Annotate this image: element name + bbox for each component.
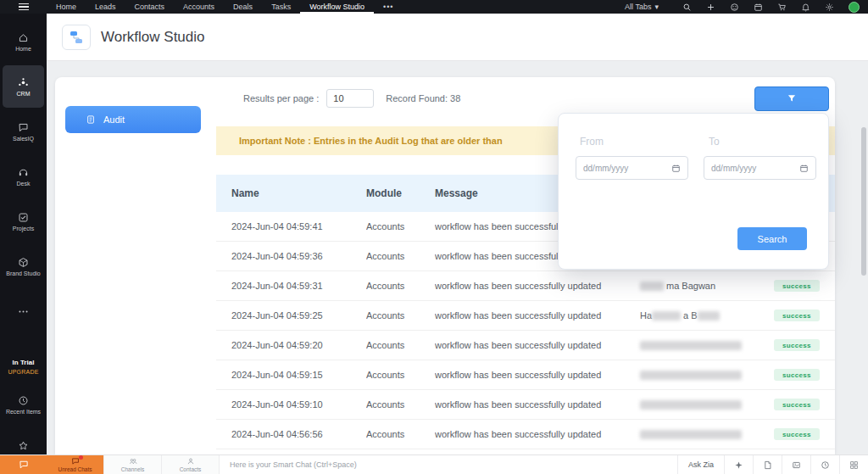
- user-avatar[interactable]: [849, 2, 860, 13]
- bottom-tab-contacts[interactable]: Contacts: [162, 455, 220, 474]
- cell-status: success: [767, 339, 835, 352]
- cell-message: workflow has been successfully updated: [435, 281, 640, 291]
- grid-icon[interactable]: [839, 455, 868, 474]
- sidebar-item-label: Projects: [13, 226, 34, 231]
- hamburger-menu-icon[interactable]: [0, 0, 47, 14]
- bottom-tab-label: Unread Chats: [58, 466, 92, 472]
- sidebar-item-label: Home: [15, 46, 31, 52]
- plus-icon[interactable]: [706, 3, 715, 12]
- sidebar-item-crm[interactable]: CRM: [3, 65, 44, 108]
- nav-item-contacts[interactable]: Contacts: [125, 0, 175, 14]
- table-row: 2024-Jun-04 04:59:25Accountsworkflow has…: [216, 301, 835, 331]
- redacted-text: [698, 311, 720, 321]
- nav-item-deals[interactable]: Deals: [224, 0, 262, 14]
- from-date-placeholder: dd/mm/yyyy: [583, 164, 628, 173]
- cell-module: Accounts: [366, 399, 435, 410]
- sidebar-item-label: CRM: [17, 91, 31, 97]
- note-icon[interactable]: [753, 455, 782, 474]
- cell-status: success: [767, 280, 835, 293]
- workflow-studio-screen: HomeLeadsContactsAccountsDealsTasksWorkf…: [0, 0, 868, 474]
- from-date-input[interactable]: dd/mm/yyyy: [576, 156, 688, 180]
- to-label: To: [709, 136, 720, 148]
- more-icon: [18, 306, 29, 317]
- cell-module: Accounts: [366, 281, 435, 291]
- audit-tab[interactable]: Audit: [65, 106, 201, 133]
- date-calendar-icon: [671, 164, 681, 173]
- nav-item-tasks[interactable]: Tasks: [262, 0, 300, 14]
- results-per-page-input[interactable]: [326, 89, 374, 108]
- upgrade-link[interactable]: UPGRADE: [0, 369, 47, 375]
- bottom-tab-channels[interactable]: Channels: [104, 455, 162, 474]
- cell-name: 2024-Jun-04 04:59:10: [231, 399, 366, 410]
- cell-module: Accounts: [366, 221, 435, 231]
- filter-button[interactable]: [754, 86, 829, 111]
- cell-status: success: [767, 428, 835, 441]
- bottom-tab-unread-chats[interactable]: Unread Chats: [47, 455, 104, 474]
- contacts-icon: [186, 457, 195, 466]
- cell-module: Accounts: [366, 251, 435, 261]
- nav-item-leads[interactable]: Leads: [86, 0, 125, 14]
- table-row: 2024-Jun-04 04:56:56Accountsworkflow has…: [216, 420, 835, 449]
- filter-funnel-icon: [787, 93, 797, 103]
- sidebar-item-salesiq[interactable]: SalesIQ: [3, 110, 44, 153]
- nav-spacer: [403, 0, 625, 14]
- cell-user: [640, 370, 767, 381]
- cart-icon[interactable]: [777, 3, 787, 12]
- status-badge: success: [774, 369, 820, 381]
- cell-user: Haa B: [640, 309, 767, 321]
- search-button[interactable]: Search: [737, 227, 807, 250]
- cell-status: success: [767, 399, 835, 411]
- sidebar-item-recent-items[interactable]: Recent Items: [3, 383, 44, 426]
- gear-icon[interactable]: [825, 3, 834, 12]
- search-icon[interactable]: [682, 3, 692, 12]
- trial-block: In Trial UPGRADE: [0, 359, 47, 375]
- date-calendar-icon: [799, 164, 809, 173]
- cell-user: [640, 340, 767, 351]
- calendar-icon[interactable]: [754, 3, 763, 12]
- panel-sidebar: Audit: [55, 77, 216, 454]
- sidebar-item-home[interactable]: Home: [3, 20, 44, 63]
- salesiq-icon: [18, 122, 29, 133]
- sidebar-item-projects[interactable]: Projects: [3, 200, 44, 243]
- ask-zia-button[interactable]: Ask Zia: [677, 455, 724, 474]
- record-found-label: Record Found: 38: [386, 93, 460, 103]
- date-filter-popup: From To dd/mm/yyyy dd/mm/yyyy Search: [558, 113, 829, 270]
- top-nav: HomeLeadsContactsAccountsDealsTasksWorkf…: [0, 0, 868, 14]
- nav-more-button[interactable]: •••: [374, 0, 403, 14]
- clock-icon[interactable]: [810, 455, 839, 474]
- crm-icon: [18, 77, 29, 88]
- cell-module: Accounts: [366, 370, 435, 380]
- audit-icon: [86, 114, 96, 125]
- smiley-icon[interactable]: [730, 3, 739, 12]
- all-tabs-dropdown[interactable]: All Tabs ▾: [625, 0, 659, 14]
- redacted-text: [640, 371, 742, 380]
- nav-item-accounts[interactable]: Accounts: [174, 0, 224, 14]
- redacted-text: [652, 311, 681, 321]
- table-toolbar: Results per page : Record Found: 38: [216, 86, 835, 111]
- image-icon[interactable]: [782, 455, 810, 474]
- cell-name: 2024-Jun-04 04:59:15: [231, 370, 366, 380]
- col-header-module: Module: [366, 187, 435, 199]
- bell-icon[interactable]: [801, 3, 810, 12]
- cell-user: [640, 399, 767, 410]
- smart-chat-launcher[interactable]: [0, 455, 47, 474]
- page-header: Workflow Studio: [47, 14, 868, 61]
- to-date-input[interactable]: dd/mm/yyyy: [704, 156, 816, 180]
- desk-icon: [18, 167, 29, 178]
- cell-message: workflow has been successfully updated: [435, 310, 640, 321]
- chat-bar-actions: Ask Zia: [677, 455, 868, 474]
- brand-studio-icon: [18, 257, 29, 268]
- cell-status: success: [767, 309, 835, 322]
- nav-item-home[interactable]: Home: [47, 0, 86, 14]
- sidebar-item-label: Desk: [17, 181, 31, 187]
- table-row: 2024-Jun-04 04:59:31Accountsworkflow has…: [216, 271, 835, 301]
- sidebar-item-desk[interactable]: Desk: [3, 155, 44, 198]
- zia-sparkle-icon[interactable]: [724, 455, 753, 474]
- sidebar-item-brand-studio[interactable]: Brand Studio: [3, 245, 44, 287]
- vertical-scrollbar[interactable]: [861, 127, 866, 276]
- smart-chat-input[interactable]: Here is your Smart Chat (Ctrl+Space): [220, 455, 677, 474]
- from-label: From: [580, 136, 709, 148]
- sidebar-item-more[interactable]: [3, 290, 44, 332]
- cell-module: Accounts: [366, 340, 435, 350]
- nav-item-workflow-studio[interactable]: Workflow Studio: [300, 0, 374, 14]
